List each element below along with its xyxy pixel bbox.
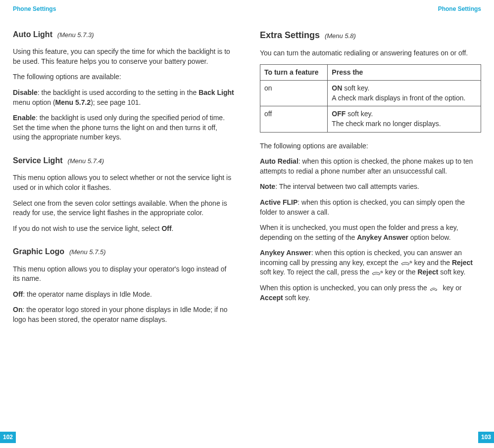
enable-text: : the backlight is used only during the … xyxy=(13,114,225,141)
note-text: : The interval between two call attempts… xyxy=(275,182,419,190)
page-number-right: 103 xyxy=(478,432,494,443)
active-flip-p: Active FLIP: when this option is checked… xyxy=(260,198,481,217)
note-p: Note: The interval between two call atte… xyxy=(260,182,481,192)
auto-light-enable: Enable: the backlight is used only durin… xyxy=(13,113,234,142)
page-left: Phone Settings Auto Light (Menu 5.7.3) U… xyxy=(0,0,247,448)
back-light-label: Back Light xyxy=(198,89,234,96)
graphic-logo-on: On: the operator logo stored in your pho… xyxy=(13,305,234,324)
reject2: Reject xyxy=(417,268,438,276)
running-head-left: Phone Settings xyxy=(13,5,234,13)
unchecked-p: When this option is unchecked, you can o… xyxy=(260,283,481,303)
unchecked-a: When this option is unchecked, you can o… xyxy=(260,284,429,292)
feature-table: To turn a feature Press the on ON soft k… xyxy=(260,64,481,133)
table-header-row: To turn a feature Press the xyxy=(260,64,481,81)
graphic-logo-title: Graphic Logo xyxy=(13,247,64,256)
disable-label: Disable xyxy=(13,89,38,96)
cell-on: on xyxy=(260,81,328,106)
off-soft-key-a: soft key. xyxy=(346,110,373,118)
auto-light-disable: Disable: the backlight is used according… xyxy=(13,88,234,107)
flip-unchecked-b: option below. xyxy=(408,233,451,241)
graphic-logo-p1: This menu option allows you to display y… xyxy=(13,265,234,284)
graphic-logo-off: Off: the operator name displays in Idle … xyxy=(13,290,234,300)
service-light-menu: (Menu 5.7.4) xyxy=(67,157,104,165)
section-graphic-logo-head: Graphic Logo (Menu 5.7.5) xyxy=(13,246,234,257)
enable-label: Enable xyxy=(13,114,36,122)
service-light-p2: Select one from the seven color settings… xyxy=(13,199,234,218)
anykey-e: soft key. xyxy=(438,268,465,276)
off-soft-key-b: The check mark no longer displays. xyxy=(332,120,441,128)
anykey-label: Anykey Answer xyxy=(260,249,311,257)
end-call-icon xyxy=(400,260,412,266)
service-light-p3b: . xyxy=(172,224,174,232)
unchecked-b: key or xyxy=(441,284,462,292)
service-light-p3: If you do not wish to use the service li… xyxy=(13,224,234,234)
cell-on-desc: ON soft key. A check mark displays in fr… xyxy=(328,81,481,106)
auto-light-p2: The following options are available: xyxy=(13,72,234,82)
table-row: on ON soft key. A check mark displays in… xyxy=(260,81,481,106)
cell-off: off xyxy=(260,106,328,132)
end-call-icon xyxy=(371,270,383,276)
anykey-c: soft key. To reject the call, press the xyxy=(260,268,371,276)
extra-intro: You can turn the automatic redialing or … xyxy=(260,48,481,58)
disable-b: menu option ( xyxy=(13,98,55,106)
anykey-b: key and the xyxy=(412,259,452,267)
cell-off-desc: OFF soft key. The check mark no longer d… xyxy=(328,106,481,132)
service-light-title: Service Light xyxy=(13,156,62,165)
svg-line-3 xyxy=(381,271,383,272)
anykey-bold1: Anykey Answer xyxy=(357,233,408,241)
graphic-logo-menu: (Menu 5.7.5) xyxy=(69,248,106,256)
reject1: Reject xyxy=(452,259,473,267)
svg-line-1 xyxy=(410,262,411,263)
th-press: Press the xyxy=(328,64,481,81)
auto-light-menu: (Menu 5.7.3) xyxy=(57,31,94,39)
disable-a: : the backlight is used according to the… xyxy=(38,89,198,96)
on-soft-key-b: A check mark displays in front of the op… xyxy=(332,94,465,102)
auto-light-title: Auto Light xyxy=(13,30,52,39)
service-light-p3a: If you do not wish to use the service li… xyxy=(13,224,161,232)
accept-label: Accept xyxy=(260,294,283,302)
page-number-left: 102 xyxy=(0,432,16,443)
answer-call-icon xyxy=(429,285,441,291)
disable-c: ); see page 101. xyxy=(91,98,141,106)
table-row: off OFF soft key. The check mark no long… xyxy=(260,106,481,132)
th-feature: To turn a feature xyxy=(260,64,328,81)
section-service-light-head: Service Light (Menu 5.7.4) xyxy=(13,155,234,166)
graphic-logo-off-text: : the operator name displays in Idle Mod… xyxy=(23,290,152,298)
extra-settings-menu: (Menu 5.8) xyxy=(325,32,356,40)
menu572: Menu 5.7.2 xyxy=(55,98,91,106)
section-extra-settings-head: Extra Settings (Menu 5.8) xyxy=(260,29,481,42)
service-light-off: Off xyxy=(161,224,171,232)
note-label: Note xyxy=(260,182,275,190)
unchecked-c: soft key. xyxy=(283,294,310,302)
on-soft-key: ON xyxy=(332,84,342,92)
anykey-d: key or the xyxy=(383,268,417,276)
auto-light-p1: Using this feature, you can specify the … xyxy=(13,47,234,66)
options-available: The following options are available: xyxy=(260,141,481,151)
extra-settings-title: Extra Settings xyxy=(260,30,320,40)
on-soft-key-a: soft key. xyxy=(342,84,369,92)
graphic-logo-off-label: Off xyxy=(13,290,23,298)
active-flip-label: Active FLIP xyxy=(260,198,297,206)
service-light-p1: This menu option allows you to select wh… xyxy=(13,173,234,192)
page-right: Phone Settings Extra Settings (Menu 5.8)… xyxy=(247,0,494,448)
auto-redial-p: Auto Redial: when this option is checked… xyxy=(260,157,481,176)
flip-unchecked-p: When it is unchecked, you must open the … xyxy=(260,223,481,242)
running-head-right: Phone Settings xyxy=(260,5,481,13)
auto-redial-label: Auto Redial xyxy=(260,157,298,165)
graphic-logo-on-text: : the operator logo stored in your phone… xyxy=(13,306,228,323)
graphic-logo-on-label: On xyxy=(13,306,22,314)
off-soft-key: OFF xyxy=(332,110,346,118)
section-auto-light-head: Auto Light (Menu 5.7.3) xyxy=(13,29,234,40)
anykey-answer-p: Anykey Answer: when this option is check… xyxy=(260,248,481,277)
